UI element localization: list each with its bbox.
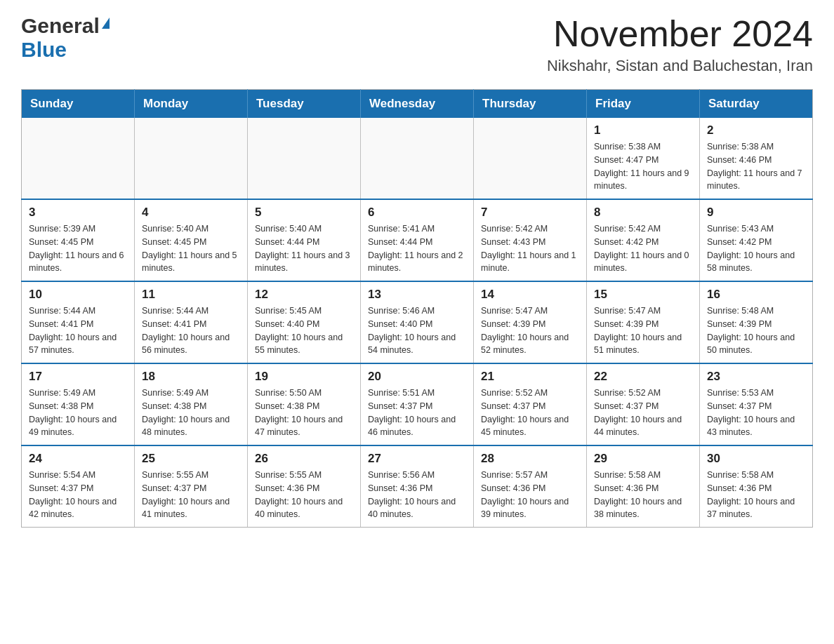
table-row: 8Sunrise: 5:42 AMSunset: 4:42 PMDaylight… bbox=[587, 199, 700, 281]
day-info: Sunrise: 5:55 AMSunset: 4:36 PMDaylight:… bbox=[255, 469, 353, 521]
table-row: 3Sunrise: 5:39 AMSunset: 4:45 PMDaylight… bbox=[22, 199, 135, 281]
table-row: 23Sunrise: 5:53 AMSunset: 4:37 PMDayligh… bbox=[700, 363, 813, 445]
day-info: Sunrise: 5:52 AMSunset: 4:37 PMDaylight:… bbox=[594, 387, 692, 439]
day-info: Sunrise: 5:41 AMSunset: 4:44 PMDaylight:… bbox=[368, 222, 466, 275]
day-info: Sunrise: 5:44 AMSunset: 4:41 PMDaylight:… bbox=[142, 304, 240, 357]
table-row: 28Sunrise: 5:57 AMSunset: 4:36 PMDayligh… bbox=[474, 445, 587, 528]
day-number: 25 bbox=[142, 452, 240, 466]
table-row: 11Sunrise: 5:44 AMSunset: 4:41 PMDayligh… bbox=[135, 281, 248, 363]
location-subtitle: Nikshahr, Sistan and Baluchestan, Iran bbox=[547, 57, 813, 75]
day-number: 14 bbox=[481, 288, 579, 302]
header-monday: Monday bbox=[135, 90, 248, 119]
day-info: Sunrise: 5:51 AMSunset: 4:37 PMDaylight:… bbox=[368, 387, 466, 439]
day-number: 18 bbox=[142, 370, 240, 384]
day-info: Sunrise: 5:49 AMSunset: 4:38 PMDaylight:… bbox=[29, 387, 127, 439]
day-number: 5 bbox=[255, 206, 353, 220]
table-row: 29Sunrise: 5:58 AMSunset: 4:36 PMDayligh… bbox=[587, 445, 700, 528]
day-info: Sunrise: 5:52 AMSunset: 4:37 PMDaylight:… bbox=[481, 387, 579, 439]
calendar-row: 3Sunrise: 5:39 AMSunset: 4:45 PMDaylight… bbox=[22, 199, 813, 281]
day-number: 15 bbox=[594, 288, 692, 302]
day-number: 3 bbox=[29, 206, 127, 220]
day-number: 23 bbox=[707, 370, 805, 384]
day-number: 19 bbox=[255, 370, 353, 384]
day-info: Sunrise: 5:56 AMSunset: 4:36 PMDaylight:… bbox=[368, 469, 466, 521]
day-info: Sunrise: 5:50 AMSunset: 4:38 PMDaylight:… bbox=[255, 387, 353, 439]
table-row: 24Sunrise: 5:54 AMSunset: 4:37 PMDayligh… bbox=[22, 445, 135, 528]
table-row: 27Sunrise: 5:56 AMSunset: 4:36 PMDayligh… bbox=[361, 445, 474, 528]
month-title: November 2024 bbox=[547, 14, 813, 54]
day-info: Sunrise: 5:48 AMSunset: 4:39 PMDaylight:… bbox=[707, 304, 805, 357]
day-number: 16 bbox=[707, 288, 805, 302]
table-row bbox=[361, 118, 474, 199]
day-info: Sunrise: 5:39 AMSunset: 4:45 PMDaylight:… bbox=[29, 222, 127, 275]
day-number: 1 bbox=[594, 123, 692, 137]
day-info: Sunrise: 5:57 AMSunset: 4:36 PMDaylight:… bbox=[481, 469, 579, 521]
table-row: 25Sunrise: 5:55 AMSunset: 4:37 PMDayligh… bbox=[135, 445, 248, 528]
day-info: Sunrise: 5:55 AMSunset: 4:37 PMDaylight:… bbox=[142, 469, 240, 521]
day-number: 20 bbox=[368, 370, 466, 384]
day-info: Sunrise: 5:49 AMSunset: 4:38 PMDaylight:… bbox=[142, 387, 240, 439]
day-info: Sunrise: 5:45 AMSunset: 4:40 PMDaylight:… bbox=[255, 304, 353, 357]
table-row: 6Sunrise: 5:41 AMSunset: 4:44 PMDaylight… bbox=[361, 199, 474, 281]
calendar-row: 17Sunrise: 5:49 AMSunset: 4:38 PMDayligh… bbox=[22, 363, 813, 445]
table-row: 19Sunrise: 5:50 AMSunset: 4:38 PMDayligh… bbox=[248, 363, 361, 445]
table-row: 7Sunrise: 5:42 AMSunset: 4:43 PMDaylight… bbox=[474, 199, 587, 281]
header-friday: Friday bbox=[587, 90, 700, 119]
calendar-row: 1Sunrise: 5:38 AMSunset: 4:47 PMDaylight… bbox=[22, 118, 813, 199]
day-number: 10 bbox=[29, 288, 127, 302]
day-info: Sunrise: 5:43 AMSunset: 4:42 PMDaylight:… bbox=[707, 222, 805, 275]
table-row: 12Sunrise: 5:45 AMSunset: 4:40 PMDayligh… bbox=[248, 281, 361, 363]
day-number: 22 bbox=[594, 370, 692, 384]
day-info: Sunrise: 5:38 AMSunset: 4:47 PMDaylight:… bbox=[594, 140, 692, 193]
table-row: 2Sunrise: 5:38 AMSunset: 4:46 PMDaylight… bbox=[700, 118, 813, 199]
day-number: 4 bbox=[142, 206, 240, 220]
table-row: 26Sunrise: 5:55 AMSunset: 4:36 PMDayligh… bbox=[248, 445, 361, 528]
table-row: 18Sunrise: 5:49 AMSunset: 4:38 PMDayligh… bbox=[135, 363, 248, 445]
table-row: 16Sunrise: 5:48 AMSunset: 4:39 PMDayligh… bbox=[700, 281, 813, 363]
page-header: General Blue November 2024 Nikshahr, Sis… bbox=[21, 14, 813, 75]
day-number: 30 bbox=[707, 452, 805, 466]
day-number: 13 bbox=[368, 288, 466, 302]
table-row: 1Sunrise: 5:38 AMSunset: 4:47 PMDaylight… bbox=[587, 118, 700, 199]
day-info: Sunrise: 5:46 AMSunset: 4:40 PMDaylight:… bbox=[368, 304, 466, 357]
day-number: 28 bbox=[481, 452, 579, 466]
logo: General Blue bbox=[21, 14, 110, 62]
day-info: Sunrise: 5:58 AMSunset: 4:36 PMDaylight:… bbox=[594, 469, 692, 521]
header-tuesday: Tuesday bbox=[248, 90, 361, 119]
day-info: Sunrise: 5:38 AMSunset: 4:46 PMDaylight:… bbox=[707, 140, 805, 193]
day-info: Sunrise: 5:47 AMSunset: 4:39 PMDaylight:… bbox=[594, 304, 692, 357]
day-number: 11 bbox=[142, 288, 240, 302]
table-row: 30Sunrise: 5:58 AMSunset: 4:36 PMDayligh… bbox=[700, 445, 813, 528]
day-number: 6 bbox=[368, 206, 466, 220]
table-row bbox=[248, 118, 361, 199]
header-sunday: Sunday bbox=[22, 90, 135, 119]
day-number: 26 bbox=[255, 452, 353, 466]
header-thursday: Thursday bbox=[474, 90, 587, 119]
day-info: Sunrise: 5:40 AMSunset: 4:45 PMDaylight:… bbox=[142, 222, 240, 275]
day-number: 2 bbox=[707, 123, 805, 137]
table-row: 20Sunrise: 5:51 AMSunset: 4:37 PMDayligh… bbox=[361, 363, 474, 445]
table-row: 22Sunrise: 5:52 AMSunset: 4:37 PMDayligh… bbox=[587, 363, 700, 445]
day-info: Sunrise: 5:42 AMSunset: 4:42 PMDaylight:… bbox=[594, 222, 692, 275]
day-number: 17 bbox=[29, 370, 127, 384]
day-info: Sunrise: 5:53 AMSunset: 4:37 PMDaylight:… bbox=[707, 387, 805, 439]
table-row: 17Sunrise: 5:49 AMSunset: 4:38 PMDayligh… bbox=[22, 363, 135, 445]
day-number: 12 bbox=[255, 288, 353, 302]
day-number: 27 bbox=[368, 452, 466, 466]
title-area: November 2024 Nikshahr, Sistan and Baluc… bbox=[547, 14, 813, 75]
day-number: 21 bbox=[481, 370, 579, 384]
table-row: 4Sunrise: 5:40 AMSunset: 4:45 PMDaylight… bbox=[135, 199, 248, 281]
table-row bbox=[135, 118, 248, 199]
table-row: 10Sunrise: 5:44 AMSunset: 4:41 PMDayligh… bbox=[22, 281, 135, 363]
day-info: Sunrise: 5:54 AMSunset: 4:37 PMDaylight:… bbox=[29, 469, 127, 521]
day-number: 8 bbox=[594, 206, 692, 220]
table-row: 9Sunrise: 5:43 AMSunset: 4:42 PMDaylight… bbox=[700, 199, 813, 281]
table-row bbox=[22, 118, 135, 199]
table-row: 14Sunrise: 5:47 AMSunset: 4:39 PMDayligh… bbox=[474, 281, 587, 363]
day-number: 9 bbox=[707, 206, 805, 220]
day-info: Sunrise: 5:40 AMSunset: 4:44 PMDaylight:… bbox=[255, 222, 353, 275]
day-info: Sunrise: 5:47 AMSunset: 4:39 PMDaylight:… bbox=[481, 304, 579, 357]
weekday-header-row: Sunday Monday Tuesday Wednesday Thursday… bbox=[22, 90, 813, 119]
day-info: Sunrise: 5:58 AMSunset: 4:36 PMDaylight:… bbox=[707, 469, 805, 521]
logo-triangle-icon bbox=[102, 18, 110, 29]
